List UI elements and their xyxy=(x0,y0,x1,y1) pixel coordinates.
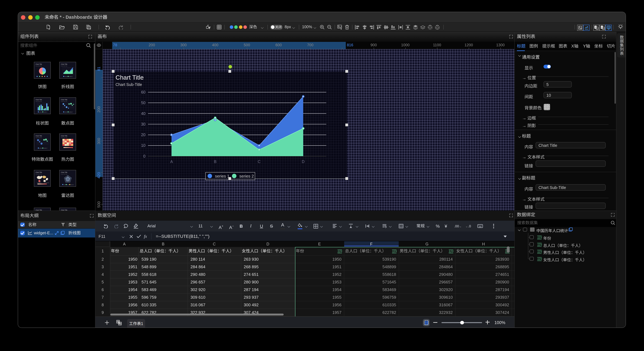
svg-text:Chart Sub-Title: Chart Sub-Title xyxy=(35,173,42,174)
svg-text:Chart Sub-Title: Chart Sub-Title xyxy=(61,173,67,174)
svg-text:10: 10 xyxy=(141,143,145,147)
svg-text:20: 20 xyxy=(141,132,145,137)
svg-text:Chart Title: Chart Title xyxy=(61,135,67,137)
svg-text:-47800000: -47800000 xyxy=(36,182,41,183)
svg-text:series 3: series 3 xyxy=(70,184,74,185)
svg-text:Chart Sub-Title: Chart Sub-Title xyxy=(35,65,42,66)
svg-text:50: 50 xyxy=(141,100,145,105)
svg-text:40: 40 xyxy=(141,111,145,116)
svg-text:Chart Title: Chart Title xyxy=(35,99,42,100)
svg-text:1412000000: 1412000000 xyxy=(44,182,49,183)
svg-text:0: 0 xyxy=(143,154,145,158)
svg-text:Chart Sub-Title: Chart Sub-Title xyxy=(61,65,67,66)
svg-text:Chart Title: Chart Title xyxy=(61,171,67,173)
svg-text:En: En xyxy=(601,26,603,28)
svg-text:series 2: series 2 xyxy=(69,111,72,112)
svg-text:A: A xyxy=(170,159,173,164)
svg-text:Chart Sub-Title: Chart Sub-Title xyxy=(35,137,42,138)
svg-text:C: C xyxy=(258,159,260,164)
svg-text:Chart Title: Chart Title xyxy=(35,135,42,137)
svg-text:文: 文 xyxy=(603,28,604,29)
svg-text:Chart Title: Chart Title xyxy=(61,209,67,210)
svg-text:Chart Sub-Title: Chart Sub-Title xyxy=(61,101,67,102)
svg-text:Chart Title: Chart Title xyxy=(61,99,67,100)
svg-text:D: D xyxy=(302,159,304,164)
svg-text:Chart Title: Chart Title xyxy=(35,209,42,210)
svg-text:En: En xyxy=(596,28,598,29)
svg-text:Chart Sub-Title: Chart Sub-Title xyxy=(35,101,42,102)
svg-text:Chart Title: Chart Title xyxy=(35,63,42,65)
svg-text:Chart Title: Chart Title xyxy=(35,171,42,173)
svg-text:series 2: series 2 xyxy=(44,148,47,149)
svg-text:OS: OS xyxy=(608,27,610,28)
svg-text:series 2: series 2 xyxy=(69,76,72,77)
svg-text:60: 60 xyxy=(141,90,145,94)
svg-text:series 2: series 2 xyxy=(44,111,47,112)
svg-text:Chart Sub-Title: Chart Sub-Title xyxy=(61,137,67,138)
svg-text:Chart Title: Chart Title xyxy=(61,63,67,65)
svg-text:30: 30 xyxy=(141,122,145,126)
svg-text:B: B xyxy=(214,159,216,164)
